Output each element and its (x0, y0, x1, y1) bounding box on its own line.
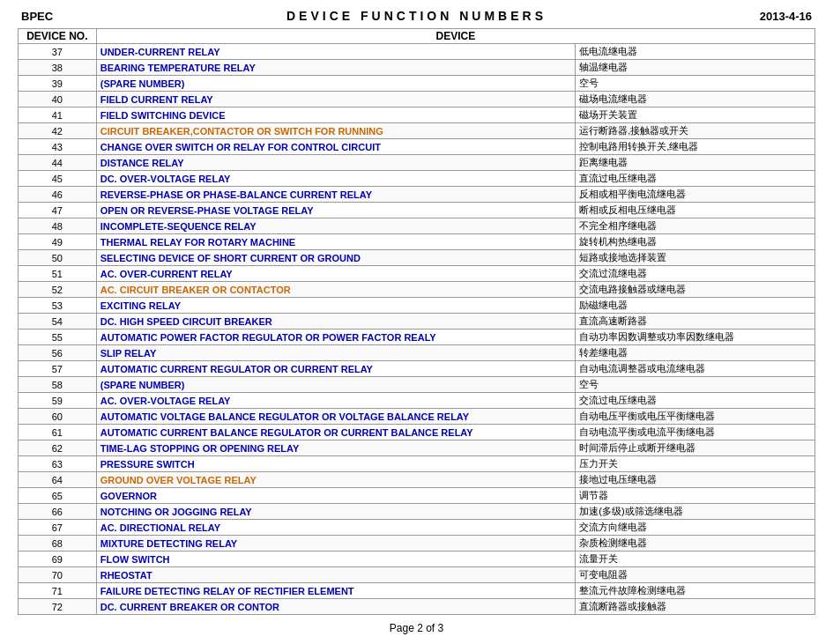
table-row: 63PRESSURE SWITCH压力开关 (19, 456, 815, 472)
cell-chinese: 自动电流调整器或电流继电器 (576, 361, 815, 377)
col-header-device: DEVICE (96, 29, 814, 44)
table-row: 59AC. OVER-VOLTAGE RELAY交流过电压继电器 (19, 393, 815, 409)
table-row: 57AUTOMATIC CURRENT REGULATOR OR CURRENT… (19, 361, 815, 377)
table-row: 53EXCITING RELAY励磁继电器 (19, 298, 815, 314)
cell-number: 45 (19, 171, 97, 187)
table-row: 55AUTOMATIC POWER FACTOR REGULATOR OR PO… (19, 329, 815, 345)
table-row: 71FAILURE DETECTING RELAY OF RECTIFIER E… (19, 583, 815, 599)
table-row: 40FIELD CURRENT RELAY磁场电流继电器 (19, 92, 815, 107)
cell-device: FLOW SWITCH (96, 551, 576, 567)
cell-device: AC. DIRECTIONAL RELAY (96, 520, 576, 536)
table-row: 38BEARING TEMPERATURE RELAY轴温继电器 (19, 60, 815, 76)
cell-number: 60 (19, 409, 97, 425)
cell-chinese: 转差继电器 (576, 345, 815, 361)
cell-device: SELECTING DEVICE OF SHORT CURRENT OR GRO… (96, 250, 576, 266)
table-row: 54DC. HIGH SPEED CIRCUIT BREAKER直流高速断路器 (19, 314, 815, 329)
cell-chinese: 可变电阻器 (576, 567, 815, 583)
cell-number: 40 (19, 92, 97, 107)
cell-device: AUTOMATIC CURRENT REGULATOR OR CURRENT R… (96, 361, 576, 377)
cell-device: GOVERNOR (96, 488, 576, 504)
bpec-label: BPEC (21, 10, 92, 23)
cell-device: GROUND OVER VOLTAGE RELAY (96, 472, 576, 488)
cell-device: AC. OVER-CURRENT RELAY (96, 266, 576, 282)
cell-chinese: 磁场电流继电器 (576, 92, 815, 107)
table-row: 49THERMAL RELAY FOR ROTARY MACHINE旋转机构热继… (19, 234, 815, 250)
cell-device: PRESSURE SWITCH (96, 456, 576, 472)
cell-number: 69 (19, 551, 97, 567)
page-number: Page 2 of 3 (390, 622, 443, 634)
cell-device: (SPARE NUMBER) (96, 76, 576, 92)
cell-device: SLIP RELAY (96, 345, 576, 361)
table-row: 50SELECTING DEVICE OF SHORT CURRENT OR G… (19, 250, 815, 266)
cell-device: EXCITING RELAY (96, 298, 576, 314)
table-row: 42CIRCUIT BREAKER,CONTACTOR OR SWITCH FO… (19, 123, 815, 139)
cell-chinese: 加速(多级)或筛选继电器 (576, 504, 815, 520)
cell-number: 64 (19, 472, 97, 488)
cell-number: 70 (19, 567, 97, 583)
table-row: 58(SPARE NUMBER)空号 (19, 377, 815, 393)
cell-chinese: 交流过流继电器 (576, 266, 815, 282)
table-row: 70RHEOSTAT可变电阻器 (19, 567, 815, 583)
table-row: 56SLIP RELAY转差继电器 (19, 345, 815, 361)
cell-chinese: 不完全相序继电器 (576, 218, 815, 234)
cell-device: REVERSE-PHASE OR PHASE-BALANCE CURRENT R… (96, 187, 576, 203)
cell-device: RHEOSTAT (96, 567, 576, 583)
cell-chinese: 压力开关 (576, 456, 815, 472)
cell-chinese: 旋转机构热继电器 (576, 234, 815, 250)
cell-number: 52 (19, 282, 97, 298)
cell-chinese: 接地过电压继电器 (576, 472, 815, 488)
cell-chinese: 流量开关 (576, 551, 815, 567)
table-row: 68MIXTURE DETECTING RELAY杂质检测继电器 (19, 536, 815, 551)
cell-device: CIRCUIT BREAKER,CONTACTOR OR SWITCH FOR … (96, 123, 576, 139)
cell-chinese: 自动电流平衡或电流平衡继电器 (576, 425, 815, 440)
cell-chinese: 交流过电压继电器 (576, 393, 815, 409)
cell-chinese: 交流电路接触器或继电器 (576, 282, 815, 298)
cell-number: 53 (19, 298, 97, 314)
table-row: 37UNDER-CURRENT RELAY低电流继电器 (19, 44, 815, 60)
cell-number: 55 (19, 329, 97, 345)
cell-number: 65 (19, 488, 97, 504)
table-row: 60AUTOMATIC VOLTAGE BALANCE REGULATOR OR… (19, 409, 815, 425)
cell-number: 42 (19, 123, 97, 139)
cell-chinese: 低电流继电器 (576, 44, 815, 60)
cell-number: 44 (19, 155, 97, 171)
cell-device: THERMAL RELAY FOR ROTARY MACHINE (96, 234, 576, 250)
cell-device: INCOMPLETE-SEQUENCE RELAY (96, 218, 576, 234)
cell-number: 54 (19, 314, 97, 329)
table-row: 47OPEN OR REVERSE-PHASE VOLTAGE RELAY断相或… (19, 203, 815, 218)
cell-chinese: 杂质检测继电器 (576, 536, 815, 551)
page-header: BPEC DEVICE FUNCTION NUMBERS 2013-4-16 (18, 9, 815, 23)
table-row: 45DC. OVER-VOLTAGE RELAY直流过电压继电器 (19, 171, 815, 187)
cell-chinese: 运行断路器,接触器或开关 (576, 123, 815, 139)
cell-chinese: 整流元件故障检测继电器 (576, 583, 815, 599)
page-footer: Page 2 of 3 (18, 622, 815, 634)
cell-number: 68 (19, 536, 97, 551)
cell-number: 62 (19, 440, 97, 456)
cell-device: FAILURE DETECTING RELAY OF RECTIFIER ELE… (96, 583, 576, 599)
col-header-no: DEVICE NO. (19, 29, 97, 44)
cell-device: AUTOMATIC CURRENT BALANCE REGULATOR OR C… (96, 425, 576, 440)
cell-number: 47 (19, 203, 97, 218)
cell-number: 39 (19, 76, 97, 92)
cell-number: 41 (19, 107, 97, 123)
cell-device: DC. HIGH SPEED CIRCUIT BREAKER (96, 314, 576, 329)
cell-number: 51 (19, 266, 97, 282)
table-row: 52AC. CIRCUIT BREAKER OR CONTACTOR交流电路接触… (19, 282, 815, 298)
cell-device: AUTOMATIC POWER FACTOR REGULATOR OR POWE… (96, 329, 576, 345)
cell-number: 63 (19, 456, 97, 472)
cell-number: 71 (19, 583, 97, 599)
cell-chinese: 直流断路器或接触器 (576, 599, 815, 615)
table-row: 62TIME-LAG STOPPING OR OPENING RELAY时间滞后… (19, 440, 815, 456)
cell-number: 61 (19, 425, 97, 440)
table-row: 43CHANGE OVER SWITCH OR RELAY FOR CONTRO… (19, 139, 815, 155)
cell-number: 48 (19, 218, 97, 234)
table-row: 48INCOMPLETE-SEQUENCE RELAY不完全相序继电器 (19, 218, 815, 234)
cell-device: DC. CURRENT BREAKER OR CONTOR (96, 599, 576, 615)
table-row: 61AUTOMATIC CURRENT BALANCE REGULATOR OR… (19, 425, 815, 440)
cell-device: MIXTURE DETECTING RELAY (96, 536, 576, 551)
cell-number: 67 (19, 520, 97, 536)
table-row: 67AC. DIRECTIONAL RELAY交流方向继电器 (19, 520, 815, 536)
cell-chinese: 自动电压平衡或电压平衡继电器 (576, 409, 815, 425)
cell-number: 46 (19, 187, 97, 203)
cell-device: AC. CIRCUIT BREAKER OR CONTACTOR (96, 282, 576, 298)
